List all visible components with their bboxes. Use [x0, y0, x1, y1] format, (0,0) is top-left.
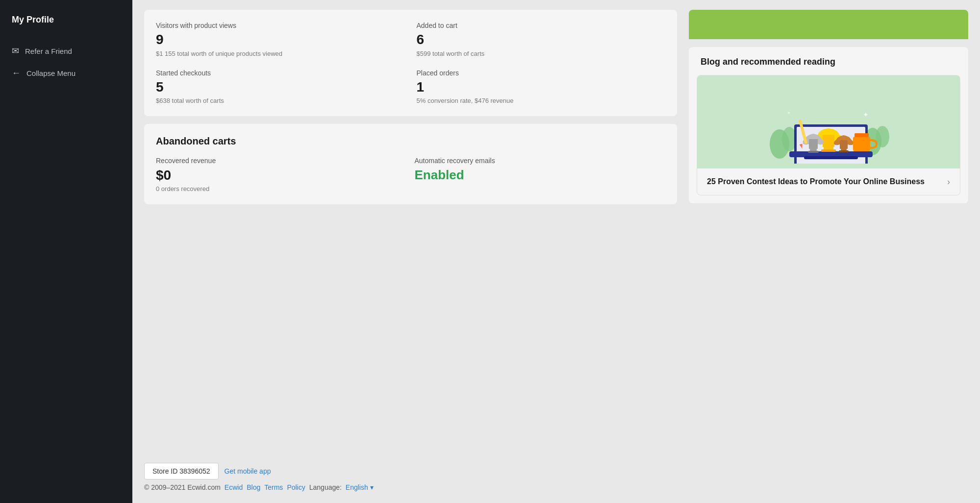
abandoned-revenue: Recovered revenue $0 0 orders recovered	[156, 157, 407, 192]
abandoned-emails-value: Enabled	[415, 168, 666, 183]
svg-rect-16	[808, 151, 819, 153]
sidebar-item-refer[interactable]: ✉ Refer a Friend	[0, 40, 132, 62]
svg-text:✦: ✦	[863, 111, 869, 119]
green-banner	[689, 10, 968, 39]
blog-arrow-icon: ›	[947, 177, 950, 187]
left-column: Visitors with product views 9 $1 155 tot…	[144, 10, 677, 445]
blog-article-title: 25 Proven Contest Ideas to Promote Your …	[707, 176, 941, 187]
svg-rect-23	[853, 137, 870, 151]
stat-cart-label: Added to cart	[417, 22, 666, 29]
ecwid-link[interactable]: Ecwid	[225, 483, 243, 491]
right-column: Blog and recommended reading	[689, 10, 968, 445]
abandoned-emails: Automatic recovery emails Enabled	[415, 157, 666, 192]
svg-rect-11	[824, 147, 833, 149]
sidebar-item-collapse-label: Collapse Menu	[26, 69, 75, 77]
language-selector[interactable]: English ▾	[346, 483, 374, 491]
stat-cart-value: 6	[417, 31, 666, 48]
terms-link[interactable]: Terms	[264, 483, 283, 491]
blog-card[interactable]: ✦ ✦ 25 Proven Contest Ideas to Promote Y…	[697, 75, 960, 195]
svg-point-4	[876, 126, 889, 147]
policy-link[interactable]: Policy	[287, 483, 305, 491]
sidebar-title: My Profile	[0, 10, 132, 40]
language-label: Language: English ▾	[309, 483, 374, 491]
abandoned-revenue-label: Recovered revenue	[156, 157, 407, 165]
collapse-icon: ←	[12, 68, 21, 78]
stat-visitors-sub: $1 155 total worth of unique products vi…	[156, 50, 405, 57]
stat-visitors-label: Visitors with product views	[156, 22, 405, 29]
blog-link[interactable]: Blog	[247, 483, 260, 491]
footer: Store ID 38396052 Get mobile app © 2009–…	[132, 453, 980, 503]
stat-checkouts: Started checkouts 5 $638 total worth of …	[156, 69, 405, 105]
svg-rect-12	[821, 149, 836, 152]
abandoned-revenue-sub: 0 orders recovered	[156, 185, 407, 192]
mail-icon: ✉	[12, 46, 19, 56]
stat-orders-label: Placed orders	[417, 69, 666, 77]
abandoned-carts-card: Abandoned carts Recovered revenue $0 0 o…	[144, 124, 677, 204]
svg-rect-24	[854, 133, 869, 137]
svg-rect-19	[841, 149, 847, 150]
content-area: Visitors with product views 9 $1 155 tot…	[132, 0, 980, 445]
footer-links: © 2009–2021 Ecwid.com Ecwid Blog Terms P…	[144, 483, 374, 491]
sidebar: My Profile ✉ Refer a Friend ← Collapse M…	[0, 0, 132, 503]
get-mobile-app-link[interactable]: Get mobile app	[225, 467, 271, 475]
stat-checkouts-sub: $638 total worth of carts	[156, 97, 405, 104]
store-id-box: Store ID 38396052	[144, 463, 219, 479]
abandoned-carts-title: Abandoned carts	[156, 136, 665, 147]
sidebar-item-collapse[interactable]: ← Collapse Menu	[0, 62, 132, 84]
abandoned-revenue-value: $0	[156, 168, 407, 183]
stat-orders-sub: 5% conversion rate, $476 revenue	[417, 97, 666, 104]
blog-section-title: Blog and recommended reading	[689, 47, 968, 75]
footer-top-row: Store ID 38396052 Get mobile app	[144, 463, 271, 479]
stat-cart: Added to cart 6 $599 total worth of cart…	[417, 22, 666, 57]
stat-checkouts-value: 5	[156, 79, 405, 96]
svg-rect-8	[804, 156, 858, 159]
blog-card-content[interactable]: 25 Proven Contest Ideas to Promote Your …	[697, 168, 960, 195]
blog-image: ✦ ✦	[697, 75, 960, 168]
svg-rect-15	[810, 149, 817, 151]
stat-visitors: Visitors with product views 9 $1 155 tot…	[156, 22, 405, 57]
svg-rect-20	[839, 150, 849, 152]
svg-rect-10	[823, 135, 834, 147]
stat-orders: Placed orders 1 5% conversion rate, $476…	[417, 69, 666, 105]
stat-cart-sub: $599 total worth of carts	[417, 50, 666, 57]
main-content: Visitors with product views 9 $1 155 tot…	[132, 0, 980, 503]
svg-rect-14	[809, 139, 818, 149]
stats-card: Visitors with product views 9 $1 155 tot…	[144, 10, 677, 116]
abandoned-grid: Recovered revenue $0 0 orders recovered …	[156, 157, 665, 192]
stat-checkouts-label: Started checkouts	[156, 69, 405, 77]
trophy-illustration: ✦ ✦	[765, 80, 892, 164]
stat-visitors-value: 9	[156, 31, 405, 48]
sidebar-item-refer-label: Refer a Friend	[25, 47, 72, 55]
svg-text:✦: ✦	[787, 110, 791, 116]
blog-section: Blog and recommended reading	[689, 47, 968, 203]
svg-rect-18	[840, 140, 848, 149]
stat-orders-value: 1	[417, 79, 666, 96]
abandoned-emails-label: Automatic recovery emails	[415, 157, 666, 165]
copyright-text: © 2009–2021 Ecwid.com	[144, 483, 221, 491]
